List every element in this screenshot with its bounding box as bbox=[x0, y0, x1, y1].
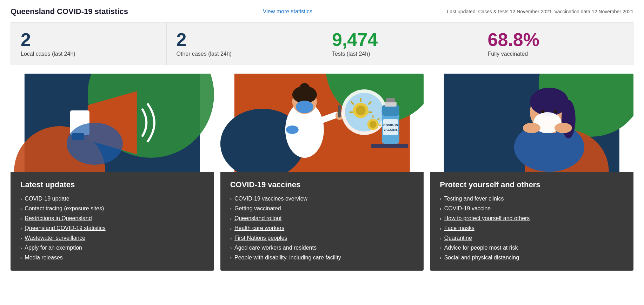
list-item: ›Queensland rollout bbox=[230, 215, 414, 222]
list-item: ›Apply for an exemption bbox=[20, 245, 204, 251]
nav-link[interactable]: Health care workers bbox=[234, 225, 284, 231]
nav-link[interactable]: COVID-19 vaccines overview bbox=[234, 196, 307, 202]
svg-point-29 bbox=[370, 121, 377, 128]
nav-link[interactable]: First Nations peoples bbox=[234, 235, 287, 241]
cards-row: Latest updates›COVID-19 update›Contact t… bbox=[11, 74, 633, 271]
stat-number-1: 2 bbox=[177, 30, 312, 49]
svg-text:VACCINE: VACCINE bbox=[384, 128, 398, 131]
svg-rect-40 bbox=[371, 144, 408, 148]
chevron-right-icon: › bbox=[20, 196, 22, 202]
nav-link[interactable]: Media releases bbox=[25, 255, 63, 261]
chevron-right-icon: › bbox=[230, 226, 232, 231]
nav-link[interactable]: Social and physical distancing bbox=[444, 255, 519, 261]
nav-link[interactable]: Face masks bbox=[444, 225, 474, 231]
svg-point-13 bbox=[299, 83, 310, 94]
chevron-right-icon: › bbox=[440, 255, 441, 260]
nav-link[interactable]: Queensland COVID-19 statistics bbox=[25, 225, 105, 231]
stat-label-2: Tests (last 24h) bbox=[332, 51, 468, 57]
chevron-right-icon: › bbox=[230, 245, 232, 251]
nav-link[interactable]: People with disability, including care f… bbox=[234, 255, 341, 261]
list-item: ›Media releases bbox=[20, 255, 204, 261]
card-latest-updates: Latest updates›COVID-19 update›Contact t… bbox=[11, 74, 214, 271]
svg-rect-17 bbox=[338, 105, 341, 117]
svg-point-22 bbox=[356, 106, 366, 115]
nav-link[interactable]: Quarantine bbox=[444, 235, 472, 241]
svg-point-50 bbox=[523, 123, 540, 133]
card-heading-covid-vaccines: COVID-19 vaccines bbox=[230, 180, 414, 189]
stat-label-0: Local cases (last 24h) bbox=[21, 51, 157, 57]
list-item: ›Restrictions in Queensland bbox=[20, 215, 204, 222]
card-content-protect-yourself: Protect yourself and others›Testing and … bbox=[430, 172, 633, 271]
list-item: ›First Nations peoples bbox=[230, 235, 414, 241]
chevron-right-icon: › bbox=[230, 206, 232, 211]
nav-link[interactable]: Queensland rollout bbox=[234, 215, 281, 222]
list-item: ›Getting vaccinated bbox=[230, 205, 414, 212]
nav-link[interactable]: COVID-19 update bbox=[25, 196, 69, 202]
stat-box-0: 2 Local cases (last 24h) bbox=[11, 23, 167, 65]
list-item: ›Quarantine bbox=[440, 235, 624, 241]
nav-link[interactable]: Getting vaccinated bbox=[234, 205, 281, 212]
nav-link[interactable]: Testing and fever clinics bbox=[444, 196, 504, 202]
card-links-latest-updates: ›COVID-19 update›Contact tracing (exposu… bbox=[20, 196, 204, 261]
list-item: ›Contact tracing (exposure sites) bbox=[20, 205, 204, 212]
chevron-right-icon: › bbox=[230, 236, 232, 241]
stats-row: 2 Local cases (last 24h) 2 Other cases (… bbox=[11, 22, 633, 65]
svg-point-18 bbox=[286, 126, 299, 134]
nav-link[interactable]: Aged care workers and residents bbox=[234, 245, 317, 251]
nav-link[interactable]: How to protect yourself and others bbox=[444, 215, 530, 222]
chevron-right-icon: › bbox=[20, 216, 22, 221]
list-item: ›Advice for people most at risk bbox=[440, 245, 624, 251]
card-image-protect-yourself bbox=[430, 74, 633, 172]
svg-point-51 bbox=[555, 123, 572, 133]
page-wrapper: Queensland COVID-19 statistics View more… bbox=[0, 0, 644, 278]
svg-point-53 bbox=[554, 110, 557, 113]
nav-link[interactable]: Restrictions in Queensland bbox=[25, 215, 92, 222]
card-covid-vaccines: COVID-19 VACCINE COVID-19 vaccines›COVID… bbox=[220, 74, 424, 271]
svg-point-52 bbox=[541, 110, 545, 113]
list-item: ›Social and physical distancing bbox=[440, 255, 624, 261]
list-item: ›Face masks bbox=[440, 225, 624, 231]
list-item: ›Testing and fever clinics bbox=[440, 196, 624, 202]
chevron-right-icon: › bbox=[20, 236, 22, 241]
card-content-latest-updates: Latest updates›COVID-19 update›Contact t… bbox=[11, 172, 214, 271]
chevron-right-icon: › bbox=[440, 236, 441, 241]
page-title: Queensland COVID-19 statistics bbox=[11, 7, 128, 16]
chevron-right-icon: › bbox=[230, 196, 232, 202]
chevron-right-icon: › bbox=[20, 206, 22, 211]
header-row: Queensland COVID-19 statistics View more… bbox=[11, 7, 633, 16]
card-image-covid-vaccines: COVID-19 VACCINE bbox=[220, 74, 424, 172]
nav-link[interactable]: Apply for an exemption bbox=[25, 245, 82, 251]
nav-link[interactable]: COVID-19 vaccine bbox=[444, 205, 491, 212]
last-updated-text: Last updated: Cases & tests 12 November … bbox=[447, 9, 633, 14]
list-item: ›COVID-19 vaccines overview bbox=[230, 196, 414, 202]
svg-rect-39 bbox=[386, 98, 395, 102]
card-links-covid-vaccines: ›COVID-19 vaccines overview›Getting vacc… bbox=[230, 196, 414, 261]
card-protect-yourself: Protect yourself and others›Testing and … bbox=[430, 74, 633, 271]
view-more-link[interactable]: View more statistics bbox=[135, 8, 440, 15]
svg-point-14 bbox=[296, 101, 313, 113]
list-item: ›People with disability, including care … bbox=[230, 255, 414, 261]
card-heading-protect-yourself: Protect yourself and others bbox=[440, 180, 624, 189]
list-item: ›COVID-19 update bbox=[20, 196, 204, 202]
chevron-right-icon: › bbox=[230, 216, 232, 221]
card-image-latest-updates bbox=[11, 74, 214, 172]
chevron-right-icon: › bbox=[440, 206, 441, 211]
list-item: ›Queensland COVID-19 statistics bbox=[20, 225, 204, 231]
chevron-right-icon: › bbox=[440, 245, 441, 251]
svg-text:COVID-19: COVID-19 bbox=[383, 123, 398, 127]
chevron-right-icon: › bbox=[440, 196, 441, 202]
stat-box-2: 9,474 Tests (last 24h) bbox=[322, 23, 478, 65]
stat-number-0: 2 bbox=[21, 30, 157, 49]
chevron-right-icon: › bbox=[230, 255, 232, 260]
chevron-right-icon: › bbox=[20, 226, 22, 231]
list-item: ›COVID-19 vaccine bbox=[440, 205, 624, 212]
stat-number-2: 9,474 bbox=[332, 30, 468, 49]
nav-link[interactable]: Advice for people most at risk bbox=[444, 245, 518, 251]
nav-link[interactable]: Wastewater surveillance bbox=[25, 235, 85, 241]
nav-link[interactable]: Contact tracing (exposure sites) bbox=[25, 205, 104, 212]
card-links-protect-yourself: ›Testing and fever clinics›COVID-19 vacc… bbox=[440, 196, 624, 261]
chevron-right-icon: › bbox=[440, 216, 441, 221]
stat-label-1: Other cases (last 24h) bbox=[177, 51, 312, 57]
card-heading-latest-updates: Latest updates bbox=[20, 180, 204, 189]
list-item: ›Aged care workers and residents bbox=[230, 245, 414, 251]
